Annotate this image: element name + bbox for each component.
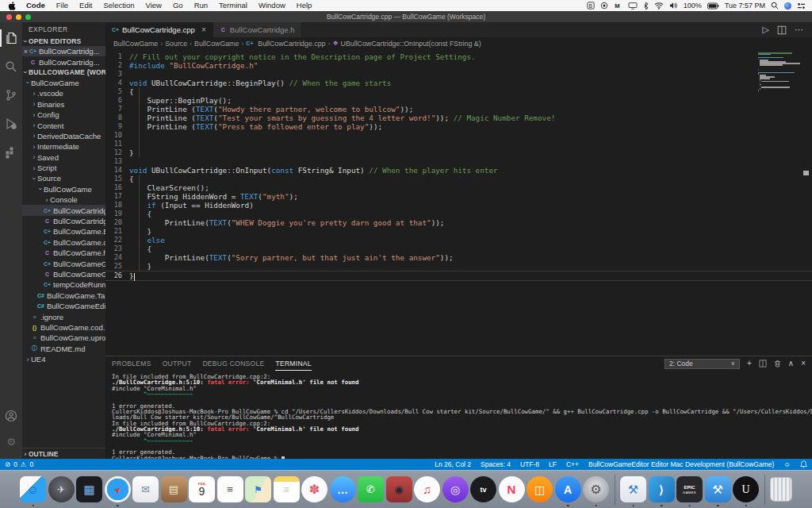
tree-item-bullcowgame-h[interactable]: CBullCowGame.h	[22, 248, 105, 258]
maximize-panel-icon[interactable]: ∧	[788, 360, 794, 368]
dock-facetime-icon[interactable]: ✆	[358, 476, 384, 502]
control-center-icon[interactable]	[797, 2, 806, 10]
menubar-item-go[interactable]: Go	[167, 0, 189, 11]
tree-item-ue4[interactable]: ›UE4	[22, 354, 105, 364]
battery-icon[interactable]	[707, 2, 719, 10]
tree-item-bullcowgame-cod-[interactable]: {}BullCowGame.cod...	[22, 322, 105, 333]
tree-item-bullcowgame-cpp[interactable]: C+BullCowGame.cpp	[22, 237, 105, 248]
minimize-window-button[interactable]	[16, 14, 21, 20]
dock-launchpad-icon[interactable]: ✈	[48, 476, 75, 502]
dock-system-preferences-icon[interactable]: ⚙	[583, 476, 609, 502]
breadcrumb-item[interactable]: BullCowGame	[194, 40, 239, 48]
close-tab-icon[interactable]: ×	[201, 25, 206, 34]
tree-item-intermediate[interactable]: ›Intermediate	[22, 141, 105, 152]
siri-icon[interactable]	[784, 2, 791, 10]
dock-maps-icon[interactable]: ⚑	[245, 476, 271, 502]
open-editor-item[interactable]: ×C+BullCowCartridg...	[22, 46, 105, 56]
dock-unreal-engine-icon[interactable]: U	[733, 476, 759, 502]
zoom-window-button[interactable]	[25, 14, 31, 20]
breadcrumb-item[interactable]: BullCowGame	[113, 40, 158, 48]
tree-item-bullcowgame-tar-[interactable]: C#BullCowGame.Tar...	[22, 291, 105, 301]
dock-podcasts-icon[interactable]: ◎	[442, 476, 469, 502]
bluetooth-menu-icon[interactable]	[643, 2, 649, 10]
spotlight-icon[interactable]	[771, 2, 779, 10]
search-icon[interactable]	[3, 59, 19, 75]
tree-item-tempcoderunne-[interactable]: C+tempCodeRunne...	[22, 279, 105, 290]
wifi-menu-icon[interactable]	[654, 2, 664, 10]
dock-calendar-icon[interactable]: FEB9	[189, 476, 215, 502]
panel-tab-debug-console[interactable]: DEBUG CONSOLE	[202, 356, 264, 371]
dock-reminders-icon[interactable]: ≡	[217, 476, 243, 502]
status-item[interactable]: C++	[566, 460, 579, 468]
tree-item-content[interactable]: ›Content	[22, 120, 105, 130]
terminal-select[interactable]: 2: Code ∨	[665, 359, 740, 369]
status-item[interactable]: Ln 26, Col 2	[435, 460, 471, 468]
explorer-icon[interactable]	[3, 30, 19, 46]
workspace-header[interactable]: › BULLCOWGAME (WORK...	[22, 67, 105, 78]
menubar-item-window[interactable]: Window	[253, 0, 291, 11]
run-code-button[interactable]: ▷	[763, 25, 769, 35]
dock-photos-icon[interactable]: ✽	[301, 476, 327, 502]
tree-item-deriveddatacache[interactable]: ›DerivedDataCache	[22, 131, 105, 141]
problems-status[interactable]: ⊘ 0 ⚠ 0	[5, 460, 33, 468]
status-item[interactable]: Spaces: 4	[481, 460, 511, 468]
tree-item-bullcowgamega-[interactable]: CBullCowGameGa...	[22, 269, 105, 279]
dock-trash-icon[interactable]	[770, 477, 792, 502]
tab-BullCowCartridge.cpp[interactable]: C+BullCowCartridge.cpp×	[105, 22, 213, 37]
minimap[interactable]	[758, 52, 801, 91]
display-menu-icon[interactable]	[628, 2, 638, 10]
menubar-item-code[interactable]: Code	[21, 0, 51, 11]
source-control-icon[interactable]	[3, 87, 19, 103]
dock-epic-games-icon[interactable]: EPICGAMES	[676, 476, 703, 502]
m-app-menu-icon[interactable]: M	[614, 2, 622, 10]
breadcrumb-item[interactable]: Source	[165, 40, 187, 48]
dock-contacts-icon[interactable]: ▤	[161, 476, 187, 502]
tree-item-bullcowgame-b-[interactable]: C+BullCowGame.B...	[22, 226, 105, 237]
new-terminal-button[interactable]: +	[747, 360, 752, 368]
dock-photo-booth-icon[interactable]: ◉	[386, 476, 412, 502]
tree-item-bullcowgame[interactable]: ›BullCowGame	[22, 184, 105, 194]
dock-notes-icon[interactable]: ≡	[274, 476, 300, 502]
tab-BullCowCartridge.h[interactable]: CBullCowCartridge.h	[213, 22, 302, 37]
breadcrumb-symbol[interactable]: UBullCowCartridge::OnInput(const FString…	[341, 40, 481, 48]
terminal-output[interactable]: In file included from BullCowCartridge.c…	[105, 371, 812, 459]
tree-item-bullcowgamega-[interactable]: C+BullCowGameGa...	[22, 258, 105, 268]
dock-mail-icon[interactable]: ✉	[132, 476, 159, 502]
tree-item-bullcowcartridg-[interactable]: C+BullCowCartridg...	[22, 205, 105, 215]
status-item[interactable]: BullCowGameEditor Editor Mac Development…	[588, 460, 774, 468]
panel-tab-problems[interactable]: PROBLEMS	[112, 356, 151, 371]
dock-mission-control-icon[interactable]: ▦	[76, 476, 102, 502]
close-panel-icon[interactable]: ×	[801, 360, 806, 368]
menubar-item-view[interactable]: View	[140, 0, 167, 11]
dock-vscode-icon[interactable]: ⟩	[649, 476, 675, 502]
open-editor-item[interactable]: CBullCowCartridg...	[22, 56, 105, 67]
status-item[interactable]: UTF-8	[520, 460, 539, 468]
tree-item-bullcowgameedit-[interactable]: C#BullCowGameEdit...	[22, 301, 105, 311]
tree-item-config[interactable]: ›Config	[22, 110, 105, 120]
apple-menu[interactable]	[6, 2, 21, 10]
tree-item-saved[interactable]: ›Saved	[22, 152, 105, 163]
menubar-item-edit[interactable]: Edit	[74, 0, 98, 11]
tree-item-console[interactable]: ›Console	[22, 194, 105, 205]
account-icon[interactable]	[3, 408, 19, 424]
panel-tab-terminal[interactable]: TERMINAL	[275, 356, 311, 371]
panel-tab-output[interactable]: OUTPUT	[163, 356, 192, 371]
tree-item-readme-md[interactable]: ⓘREADME.md	[22, 344, 105, 354]
breadcrumb-file[interactable]: BullCowCartridge.cpp	[258, 40, 325, 48]
dock-safari-icon[interactable]: ➤	[105, 476, 131, 502]
more-actions-icon[interactable]: ⋯	[795, 25, 804, 35]
menubar-item-file[interactable]: File	[51, 0, 74, 11]
code-editor[interactable]: 1// Fill out your copyright notice in th…	[105, 49, 812, 356]
run-debug-icon[interactable]	[3, 116, 19, 132]
dock-app-store-icon[interactable]: A	[555, 476, 581, 502]
dock-tv-icon[interactable]: tv	[470, 476, 496, 502]
close-window-button[interactable]	[6, 14, 12, 20]
dock-developer-app-icon[interactable]: ⚒	[705, 476, 731, 502]
tree-item-bullcowcartridg-[interactable]: CBullCowCartridg...	[22, 216, 105, 226]
shield-menu-icon[interactable]	[600, 2, 608, 10]
menubar-item-help[interactable]: Help	[291, 0, 318, 11]
tree-item-binaries[interactable]: ›Binaries	[22, 99, 105, 110]
split-terminal-icon[interactable]	[759, 360, 767, 368]
kill-terminal-trash-icon[interactable]	[774, 360, 781, 368]
dock-messages-icon[interactable]: …	[330, 476, 356, 502]
